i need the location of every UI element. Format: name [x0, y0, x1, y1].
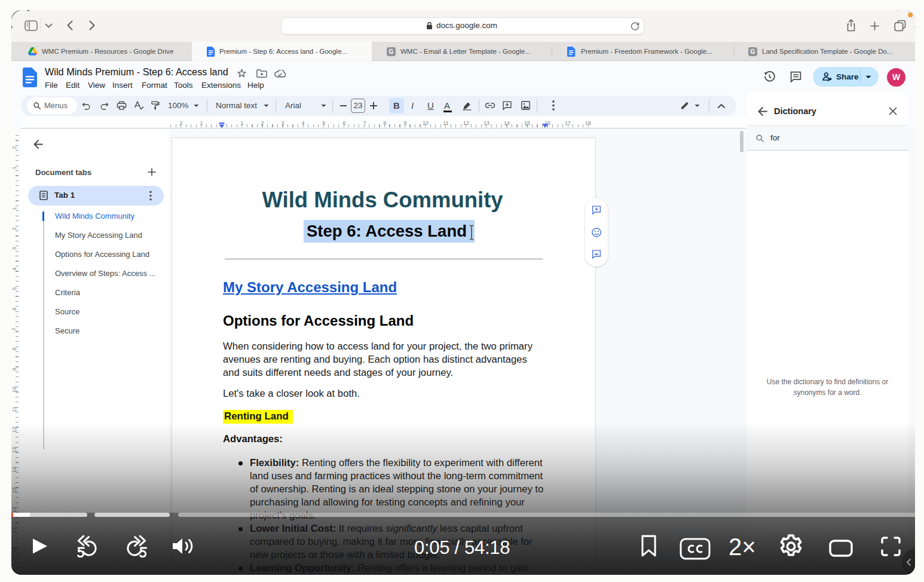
svg-text:G: G — [751, 48, 755, 55]
svg-text:G: G — [389, 48, 394, 55]
